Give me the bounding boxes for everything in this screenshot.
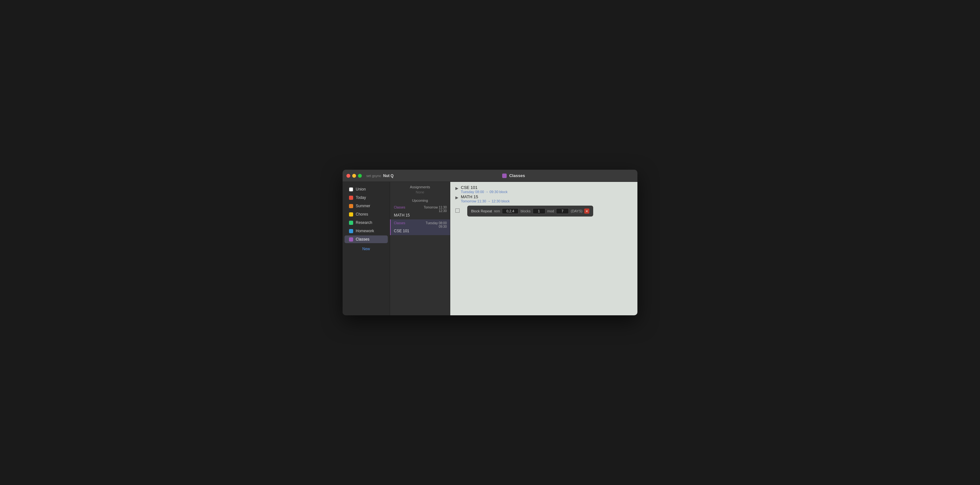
assignments-title: Assignments — [390, 182, 450, 190]
upcoming-item-cse101-name: CSE 101 — [394, 229, 447, 233]
sidebar-item-today[interactable]: Today — [345, 194, 388, 201]
block-repeat-row: Block Repeat rem blocks mod (DAYS) ✕ — [455, 204, 633, 217]
sidebar-label-union: Union — [356, 187, 366, 191]
upcoming-title: Upcoming — [390, 197, 450, 204]
sidebar-label-summer: Summer — [356, 204, 370, 208]
task-item-cse101: ▶ CSE 101 Tuesday 08:00 → 09:30 block — [455, 185, 633, 194]
sidebar-item-research[interactable]: Research — [345, 219, 388, 227]
sidebar-label-research: Research — [356, 220, 372, 225]
sidebar-label-homework: Homework — [356, 229, 374, 233]
classes-color-dot — [349, 238, 353, 241]
sidebar-item-summer[interactable]: Summer — [345, 202, 388, 210]
block-repeat-days-label: (DAYS) — [571, 209, 582, 213]
task-sub-math15: Tomorrow 11:30 → 12:30 block — [461, 199, 509, 203]
sidebar-item-classes[interactable]: Classes — [345, 235, 388, 243]
upcoming-item-cse101-category: Classes — [394, 221, 406, 225]
sidebar-label-chores: Chores — [356, 212, 368, 217]
traffic-lights — [347, 174, 362, 178]
task-item-math15: ▶ MATH 15 Tomorrow 11:30 → 12:30 block — [455, 195, 633, 203]
today-color-dot — [349, 196, 353, 200]
sidebar-item-homework[interactable]: Homework — [345, 227, 388, 235]
title-color-dot — [502, 174, 507, 178]
chores-color-dot — [349, 212, 353, 217]
task-arrow-math15[interactable]: ▶ — [455, 195, 459, 199]
upcoming-item-math15[interactable]: Classes Tomorrow 11:30 12:30 12:30 MATH … — [390, 204, 450, 219]
block-repeat-mod-label: mod — [547, 209, 554, 213]
upcoming-item-cse101-header: Classes Tuesday 08:00 09:30 09:30 — [394, 221, 447, 228]
assignments-none: None — [390, 190, 450, 197]
upcoming-item-math15-time: 12:30 — [424, 209, 447, 213]
task-name-math15: MATH 15 — [461, 195, 509, 199]
app-window: set gsync Nut Q Classes Union Today Summ… — [343, 170, 637, 315]
upcoming-item-math15-header: Classes Tomorrow 11:30 12:30 12:30 — [394, 206, 447, 213]
upcoming-item-math15-category: Classes — [394, 206, 406, 209]
gsync-label: set gsync Nut Q — [366, 174, 393, 178]
upcoming-item-math15-day: Tomorrow 11:30 — [424, 206, 447, 209]
task-sub-cse101: Tuesday 08:00 → 09:30 block — [461, 190, 508, 194]
block-repeat-popup: Block Repeat rem blocks mod (DAYS) ✕ — [467, 206, 593, 217]
task-list: ▶ CSE 101 Tuesday 08:00 → 09:30 block ▶ … — [455, 185, 633, 217]
task-checkbox-math15[interactable] — [455, 209, 460, 213]
homework-color-dot — [349, 229, 353, 233]
minimize-button[interactable] — [352, 174, 356, 178]
task-content-math15: MATH 15 Tomorrow 11:30 → 12:30 block — [461, 195, 509, 203]
titlebar-center: Classes — [393, 173, 633, 178]
upcoming-item-cse101-day: Tuesday 08:00 — [426, 221, 447, 225]
close-button[interactable] — [347, 174, 350, 178]
union-color-dot — [349, 187, 353, 191]
task-content-cse101: CSE 101 Tuesday 08:00 → 09:30 block — [461, 185, 508, 194]
maximize-button[interactable] — [358, 174, 362, 178]
upcoming-item-math15-name: MATH 15 — [394, 213, 447, 217]
block-repeat-mod-input[interactable] — [533, 208, 546, 214]
sidebar: Union Today Summer Chores Research Homew… — [343, 182, 390, 315]
block-repeat-blocks-label: blocks — [520, 209, 530, 213]
sidebar-label-today: Today — [356, 195, 366, 200]
sidebar-label-classes: Classes — [356, 237, 369, 241]
titlebar: set gsync Nut Q Classes — [343, 170, 637, 182]
sidebar-item-chores[interactable]: Chores — [345, 211, 388, 218]
block-repeat-days-input[interactable] — [556, 208, 569, 214]
upcoming-item-cse101[interactable]: Classes Tuesday 08:00 09:30 09:30 CSE 10… — [390, 219, 450, 235]
new-list-button[interactable]: New — [343, 246, 390, 252]
block-repeat-rem-label: rem — [494, 209, 500, 213]
right-panel: ▶ CSE 101 Tuesday 08:00 → 09:30 block ▶ … — [450, 182, 637, 315]
middle-panel: Assignments None Upcoming Classes Tomorr… — [390, 182, 450, 315]
block-repeat-blocks-input[interactable] — [502, 208, 519, 214]
block-repeat-label: Block Repeat — [471, 209, 492, 213]
research-color-dot — [349, 221, 353, 225]
task-arrow-cse101[interactable]: ▶ — [455, 186, 459, 190]
block-repeat-close-button[interactable]: ✕ — [584, 209, 589, 214]
sidebar-item-union[interactable]: Union — [345, 185, 388, 193]
task-name-cse101: CSE 101 — [461, 185, 508, 190]
window-title: Classes — [509, 173, 525, 178]
upcoming-item-cse101-time: 09:30 — [426, 225, 447, 228]
summer-color-dot — [349, 204, 353, 208]
main-content: Union Today Summer Chores Research Homew… — [343, 182, 637, 315]
